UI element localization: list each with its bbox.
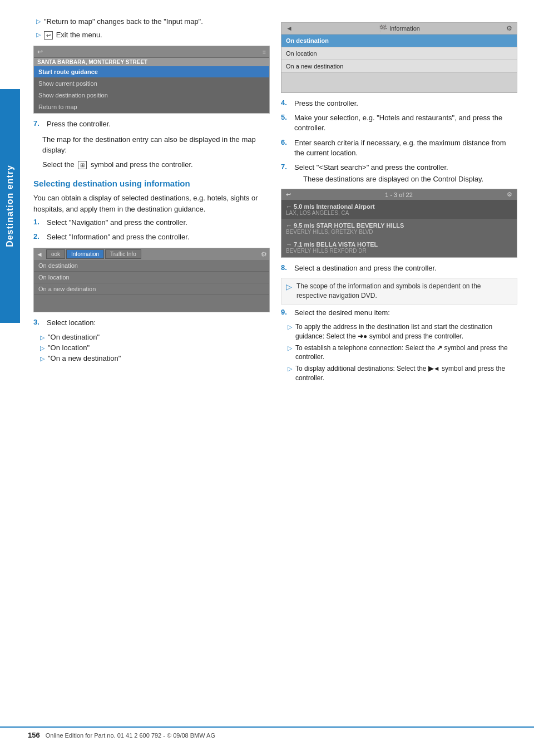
grid-icon: ⊞ bbox=[78, 161, 87, 169]
exit-icon: ↩ bbox=[44, 31, 53, 40]
result-item: → 7.1 mls BELLA VISTA HOTELBEVERLY HILLS… bbox=[281, 238, 517, 257]
results-title-bar: ↩ 1 - 3 of 22 ⚙ bbox=[281, 189, 517, 200]
sub-item: ▷"On a new destination" bbox=[40, 354, 270, 362]
sub9-items-list: ▷To apply the address in the destination… bbox=[281, 322, 517, 383]
screen1-menu: Start route guidanceShow current positio… bbox=[34, 66, 269, 113]
results-settings-icon: ⚙ bbox=[507, 191, 512, 198]
sidebar-label: Destination entry bbox=[0, 89, 20, 323]
page-number: 156 bbox=[28, 731, 40, 739]
bullet-return-to-map: ▷ "Return to map" changes back to the "I… bbox=[33, 17, 270, 27]
tab-traffic-info: Traffic Info bbox=[105, 249, 141, 259]
arrow-icon-2: ▷ bbox=[36, 31, 41, 38]
sub9-arrow-icon: ▷ bbox=[288, 323, 292, 331]
screen3-menu-item: On a new destination bbox=[281, 60, 517, 73]
right-column: ◄ 🏁 Information ⚙ On destinationOn locat… bbox=[281, 17, 517, 385]
info-screen-3: ◄ 🏁 Information ⚙ On destinationOn locat… bbox=[281, 22, 517, 93]
info-icon: 🏁 bbox=[379, 24, 387, 32]
screen3-body bbox=[281, 73, 517, 92]
sub-item: ▷"On location" bbox=[40, 343, 270, 352]
sub9-arrow-icon: ▷ bbox=[288, 365, 292, 372]
screen3-menu-item: On destination bbox=[281, 35, 517, 47]
footer-text: Online Edition for Part no. 01 41 2 600 … bbox=[46, 732, 215, 739]
step7-right-content: Select "<Start search>" and press the co… bbox=[294, 163, 483, 183]
result-item: ← 9.5 mls STAR HOTEL BEVERLY HILLSBEVERL… bbox=[281, 219, 517, 238]
arrow-icon-1: ▷ bbox=[36, 18, 41, 25]
bullet-exit-menu: ▷ ↩ Exit the menu. bbox=[33, 30, 270, 40]
step4-right: 4. Press the controller. bbox=[281, 99, 517, 109]
screen2-back-icon: ◄ bbox=[36, 251, 43, 258]
info-back-icon: ◄ bbox=[286, 24, 293, 32]
screen3-menu: On destinationOn locationOn a new destin… bbox=[281, 35, 517, 73]
left-column: ▷ "Return to map" changes back to the "I… bbox=[33, 17, 270, 385]
sub9-item: ▷To establish a telephone connection: Se… bbox=[288, 343, 517, 362]
screen2-settings-icon: ⚙ bbox=[261, 251, 267, 258]
screen2-menu-item: On destination bbox=[34, 260, 269, 272]
step2-left: 2. Select "Information" and press the co… bbox=[33, 232, 270, 242]
screen1-menu-item: Show current position bbox=[34, 78, 269, 90]
step9-right: 9. Select the desired menu item: bbox=[281, 308, 517, 318]
sub9-arrow-icon: ▷ bbox=[288, 345, 292, 352]
sub9-item: ▷To display additional destinations: Sel… bbox=[288, 364, 517, 383]
screen1-menu-item: Show destination position bbox=[34, 90, 269, 101]
screen1-menu-item: Start route guidance bbox=[34, 66, 269, 78]
sub-item: ▷"On destination" bbox=[40, 333, 270, 341]
section-heading-selecting-destination: Selecting destination using information bbox=[33, 179, 270, 188]
info-title-text: 🏁 Information bbox=[379, 24, 420, 32]
step6-right: 6. Enter search criteria if necessary, e… bbox=[281, 138, 517, 158]
screen2-body bbox=[34, 295, 269, 312]
nav-screen-2: ◄ ook Information Traffic Info ⚙ On dest… bbox=[33, 248, 270, 312]
screen3-menu-item: On location bbox=[281, 47, 517, 60]
results-screen-4: ↩ 1 - 3 of 22 ⚙ ← 5.0 mls International … bbox=[281, 189, 517, 258]
sub9-item: ▷To apply the address in the destination… bbox=[288, 322, 517, 341]
step8-right: 8. Select a destination and press the co… bbox=[281, 263, 517, 273]
step7-para2: Select the ⊞ symbol and press the contro… bbox=[42, 159, 270, 170]
intro-para: You can obtain a display of selected des… bbox=[33, 193, 270, 214]
results-list: ← 5.0 mls International AirportLAX, LOS … bbox=[281, 200, 517, 257]
result-item: ← 5.0 mls International AirportLAX, LOS … bbox=[281, 200, 517, 219]
tab-ook: ook bbox=[46, 249, 65, 259]
page-footer: 156 Online Edition for Part no. 01 41 2 … bbox=[0, 726, 534, 739]
info-title-bar: ◄ 🏁 Information ⚙ bbox=[281, 23, 517, 35]
step7-right: 7. Select "<Start search>" and press the… bbox=[281, 163, 517, 183]
step1-left: 1. Select "Navigation" and press the con… bbox=[33, 218, 270, 228]
step5-right: 5. Make your selection, e.g. "Hotels and… bbox=[281, 113, 517, 133]
step7-para1: The map for the destination entry can al… bbox=[42, 134, 270, 156]
note-box: ▷ The scope of the information and symbo… bbox=[281, 278, 517, 305]
info-settings-icon: ⚙ bbox=[506, 24, 512, 32]
screen2-menu-item: On location bbox=[34, 272, 269, 283]
step7-left: 7. Press the controller. bbox=[33, 119, 270, 129]
tab-information: Information bbox=[66, 249, 104, 259]
results-title: 1 - 3 of 22 bbox=[385, 192, 413, 198]
sub-arrow-icon: ▷ bbox=[40, 345, 44, 352]
sub-arrow-icon: ▷ bbox=[40, 334, 44, 341]
nav-screen-1: ↩ ≡ SANTA BARBARA, MONTERREY STREET Star… bbox=[33, 46, 270, 114]
step7-right-sub: These destinations are displayed on the … bbox=[303, 175, 483, 183]
screen1-address: SANTA BARBARA, MONTERREY STREET bbox=[34, 58, 269, 66]
screen2-menu-item: On a new destination bbox=[34, 283, 269, 295]
sub-items-list: ▷"On destination"▷"On location"▷"On a ne… bbox=[33, 333, 270, 362]
step3-left: 3. Select location: bbox=[33, 318, 270, 328]
screen1-nav-icon: ≡ bbox=[263, 49, 266, 55]
screen1-menu-item: Return to map bbox=[34, 101, 269, 113]
screen2-menu: On destinationOn locationOn a new destin… bbox=[34, 260, 269, 295]
results-back-icon: ↩ bbox=[286, 191, 291, 198]
screen1-topbar: ↩ ≡ bbox=[34, 46, 269, 58]
note-triangle-icon: ▷ bbox=[286, 282, 292, 291]
screen2-tabs: ◄ ook Information Traffic Info ⚙ bbox=[34, 248, 269, 260]
sub-arrow-icon: ▷ bbox=[40, 355, 44, 362]
screen1-back-icon: ↩ bbox=[37, 48, 43, 56]
